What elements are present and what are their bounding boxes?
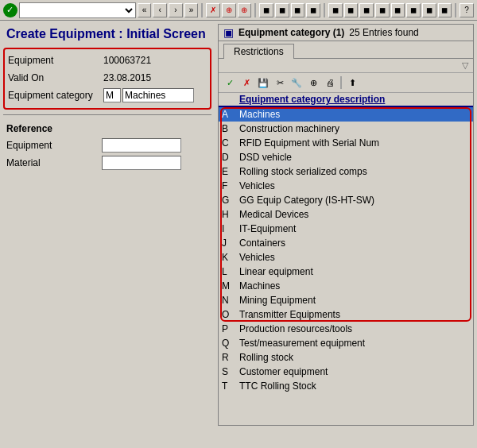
category-code-input[interactable] (103, 88, 121, 102)
nav-next-btn[interactable]: › (169, 3, 183, 17)
table-row[interactable]: SCustomer equipment (219, 365, 473, 379)
nav-doc8-btn[interactable]: ◼ (438, 3, 452, 17)
row-key: H (222, 209, 239, 220)
reference-section: Reference Equipment Material (3, 120, 211, 176)
ref-equipment-input[interactable] (102, 138, 181, 153)
nav-first-btn[interactable]: « (138, 3, 152, 17)
table-row[interactable]: TTTC Rolling Stock (219, 379, 473, 393)
table-row[interactable]: HMedical Devices (219, 207, 473, 222)
ref-material-input[interactable] (102, 156, 181, 170)
row-desc: Mining Equipment (239, 295, 470, 306)
table-row[interactable]: RRolling stock (219, 350, 473, 365)
category-label: Equipment category (8, 90, 103, 101)
equipment-label: Equipment (8, 55, 103, 66)
row-desc: Transmitter Equipments (239, 309, 470, 320)
tab-bar: Restrictions (219, 41, 473, 59)
row-desc: TTC Rolling Stock (239, 380, 470, 392)
nav-copy-btn[interactable]: ⊕ (238, 3, 252, 17)
nav-cancel-btn[interactable]: ✗ (206, 3, 220, 17)
table-row[interactable]: LLinear equipment (219, 265, 473, 279)
table-row[interactable]: NMining Equipment (219, 293, 473, 307)
inner-settings-btn[interactable]: 🔧 (289, 75, 304, 91)
table-row[interactable]: ERolling stock serialized comps (219, 164, 473, 179)
row-key: B (222, 123, 239, 134)
nav-dropdown[interactable] (19, 2, 136, 18)
nav-doc2-btn[interactable]: ◼ (344, 3, 359, 17)
inner-cut-btn[interactable]: ✂ (272, 75, 288, 91)
table-row[interactable]: KVehicles (219, 250, 473, 265)
inner-upload-btn[interactable]: ⬆ (344, 75, 360, 91)
column-header: Equipment category description (219, 93, 473, 107)
section-separator (3, 114, 211, 115)
row-desc: Production resources/tools (239, 323, 470, 334)
row-desc: GG Equip Category (IS-HT-SW) (239, 195, 470, 206)
row-key: N (222, 295, 239, 306)
nav-save-btn[interactable]: ◼ (259, 3, 273, 17)
row-key: J (222, 238, 239, 249)
ref-material-label: Material (6, 157, 102, 168)
nav-open-btn[interactable]: ◼ (275, 3, 289, 17)
nav-doc4-btn[interactable]: ◼ (375, 3, 390, 17)
inner-save-btn[interactable]: 💾 (255, 75, 271, 91)
row-desc: Containers (239, 238, 470, 249)
table-row[interactable]: BConstruction machinery (219, 122, 473, 136)
table-row[interactable]: MMachines (219, 279, 473, 293)
nav-doc6-btn[interactable]: ◼ (406, 3, 421, 17)
nav-doc-btn[interactable]: ◼ (328, 3, 343, 17)
table-row[interactable]: QTest/measurement equipment (219, 336, 473, 350)
nav-prev-btn[interactable]: ‹ (153, 3, 167, 17)
table-row[interactable]: JContainers (219, 236, 473, 250)
key-col-header (222, 94, 239, 105)
nav-doc7-btn[interactable]: ◼ (422, 3, 436, 17)
separator-1 (201, 3, 203, 17)
nav-find-btn[interactable]: ◼ (291, 3, 305, 17)
inner-cancel-btn[interactable]: ✗ (238, 75, 254, 91)
table-row[interactable]: GGG Equip Category (IS-HT-SW) (219, 193, 473, 207)
category-table: AMachinesBConstruction machineryCRFID Eq… (219, 107, 473, 425)
inner-print-btn[interactable]: 🖨 (322, 75, 338, 91)
nav-doc5-btn[interactable]: ◼ (391, 3, 405, 17)
table-row[interactable]: PProduction resources/tools (219, 322, 473, 336)
table-row[interactable]: OTransmitter Equipments (219, 307, 473, 322)
table-row[interactable]: AMachines (219, 107, 473, 122)
row-key: L (222, 266, 239, 277)
nav-help-btn[interactable]: ? (460, 3, 474, 17)
separator-3 (324, 3, 325, 17)
filter-row: ▽ (219, 59, 473, 73)
row-desc: Rolling stock (239, 352, 470, 363)
nav-last-btn[interactable]: » (184, 3, 199, 17)
row-key: G (222, 195, 239, 206)
page-title: Create Equipment : Initial Screen (6, 27, 211, 41)
inner-separator (340, 76, 342, 89)
separator-4 (455, 3, 456, 17)
row-desc: Customer equipment (239, 366, 470, 377)
inner-accept-btn[interactable]: ✓ (222, 75, 238, 91)
row-key: M (222, 280, 239, 292)
table-row[interactable]: FVehicles (219, 179, 473, 193)
inner-add-btn[interactable]: ⊕ (305, 75, 321, 91)
row-key: T (222, 380, 239, 392)
nav-list-btn[interactable]: ◼ (306, 3, 320, 17)
nav-bar: ✓ « ‹ › » ✗ ⊕ ⊕ ◼ ◼ ◼ ◼ ◼ ◼ ◼ ◼ ◼ ◼ ◼ ◼ … (0, 0, 477, 21)
equipment-value: 100063721 (103, 55, 151, 66)
restrictions-tab[interactable]: Restrictions (223, 44, 294, 59)
inner-toolbar: ✓ ✗ 💾 ✂ 🔧 ⊕ 🖨 ⬆ (219, 73, 473, 93)
reference-label: Reference (6, 123, 208, 134)
valid-on-label: Valid On (8, 72, 103, 83)
row-key: A (222, 109, 239, 120)
row-desc: RFID Equipment with Serial Num (239, 137, 470, 149)
nav-doc3-btn[interactable]: ◼ (359, 3, 374, 17)
category-row: Equipment category (8, 87, 207, 103)
category-name-input[interactable] (122, 88, 194, 102)
row-desc: IT-Equipment (239, 223, 470, 234)
green-check-icon[interactable]: ✓ (3, 3, 17, 17)
row-key: I (222, 223, 239, 234)
ref-equipment-label: Equipment (6, 140, 102, 151)
table-row[interactable]: IIT-Equipment (219, 222, 473, 236)
row-desc: Machines (239, 280, 470, 292)
table-row[interactable]: CRFID Equipment with Serial Num (219, 136, 473, 150)
panel-header: ▣ Equipment category (1) 25 Entries foun… (219, 25, 473, 41)
row-desc: Vehicles (239, 180, 470, 191)
nav-add-btn[interactable]: ⊕ (222, 3, 236, 17)
table-row[interactable]: DDSD vehicle (219, 150, 473, 164)
